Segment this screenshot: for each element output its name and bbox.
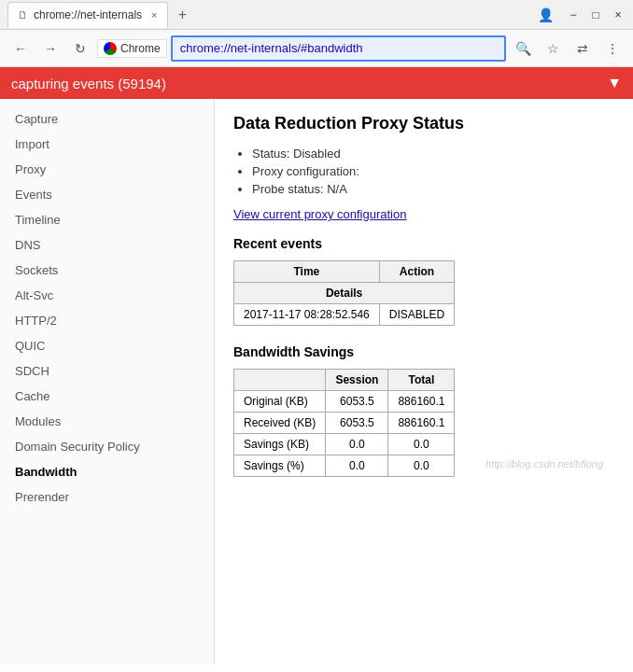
savings-session: 0.0 (326, 434, 388, 455)
title-bar: 🗋 chrome://net-internals × + 👤 − □ × (0, 0, 633, 30)
close-button[interactable]: × (611, 7, 626, 22)
events-table-header: Action (379, 261, 454, 283)
sidebar-item-prerender[interactable]: Prerender (0, 484, 214, 510)
content-area: Data Reduction Proxy Status Status: Disa… (215, 99, 633, 665)
table-row: Savings (%)0.00.0 (234, 455, 455, 477)
savings-session: 6053.5 (326, 413, 388, 434)
capturing-arrow[interactable]: ▼ (607, 75, 622, 91)
savings-label: Savings (%) (234, 455, 326, 477)
minimize-button[interactable]: − (566, 7, 581, 22)
savings-session: 6053.5 (326, 391, 388, 413)
savings-label: Savings (KB) (234, 434, 326, 455)
events-table-subheader: Details (234, 283, 455, 304)
watermark: http://blog.csdn.net/bflong (485, 458, 603, 469)
address-text: chrome://net-internals/#bandwidth (180, 41, 363, 55)
capturing-bar: capturing events (59194) ▼ (0, 67, 633, 99)
translate-icon[interactable]: ⇄ (570, 35, 596, 62)
page-title: Data Reduction Proxy Status (233, 114, 614, 133)
tab-page-icon: 🗋 (18, 9, 28, 21)
back-button[interactable]: ← (7, 35, 34, 62)
event-action: DISABLED (379, 304, 454, 326)
tab-title: chrome://net-internals (34, 8, 142, 21)
menu-icon[interactable]: ⋮ (599, 35, 626, 62)
table-row: Savings (KB)0.00.0 (234, 434, 455, 455)
savings-total: 886160.1 (388, 391, 455, 413)
refresh-button[interactable]: ↻ (67, 35, 93, 62)
savings-table-header: Total (388, 370, 455, 391)
profile-icon[interactable]: 👤 (532, 2, 558, 28)
bandwidth-savings-title: Bandwidth Savings (233, 344, 614, 359)
savings-total: 886160.1 (388, 413, 455, 434)
sidebar-item-http2[interactable]: HTTP/2 (0, 308, 214, 333)
status-list: Status: DisabledProxy configuration:Prob… (233, 147, 614, 196)
sidebar-item-sdch[interactable]: SDCH (0, 358, 214, 384)
event-time: 2017-11-17 08:28:52.546 (234, 304, 380, 326)
restore-button[interactable]: □ (588, 7, 603, 22)
new-tab-button[interactable]: + (172, 4, 194, 26)
sidebar: CaptureImportProxyEventsTimelineDNSSocke… (0, 99, 215, 665)
sidebar-item-capture[interactable]: Capture (0, 106, 214, 132)
sidebar-item-alt-svc[interactable]: Alt-Svc (0, 283, 214, 308)
sidebar-item-import[interactable]: Import (0, 132, 214, 157)
forward-button[interactable]: → (37, 35, 63, 62)
sidebar-item-modules[interactable]: Modules (0, 409, 214, 434)
table-row: 2017-11-17 08:28:52.546DISABLED (234, 304, 455, 326)
browser-label: Chrome (120, 42, 161, 55)
sidebar-item-events[interactable]: Events (0, 182, 214, 207)
sidebar-item-quic[interactable]: QUIC (0, 333, 214, 358)
sidebar-item-sockets[interactable]: Sockets (0, 258, 214, 283)
sidebar-item-domain-security-policy[interactable]: Domain Security Policy (0, 434, 214, 459)
sidebar-item-timeline[interactable]: Timeline (0, 207, 214, 232)
sidebar-item-cache[interactable]: Cache (0, 384, 214, 409)
savings-table-header: Session (326, 370, 388, 391)
tab-close-button[interactable]: × (151, 9, 157, 21)
tab-area: 🗋 chrome://net-internals × + (7, 2, 525, 28)
savings-label: Original (KB) (234, 391, 326, 413)
events-table-header: Time (234, 261, 380, 283)
table-row: Received (KB)6053.5886160.1 (234, 413, 455, 434)
table-row: Original (KB)6053.5886160.1 (234, 391, 455, 413)
nav-icons: 🔍 ☆ ⇄ ⋮ (510, 35, 626, 62)
status-list-item: Probe status: N/A (252, 182, 614, 196)
bookmark-icon[interactable]: ☆ (540, 35, 566, 62)
status-list-item: Proxy configuration: (252, 164, 614, 178)
main-layout: CaptureImportProxyEventsTimelineDNSSocke… (0, 99, 633, 665)
savings-table-header (234, 370, 326, 391)
browser-icon[interactable]: Chrome (97, 39, 167, 58)
savings-total: 0.0 (388, 434, 455, 455)
savings-total: 0.0 (388, 455, 455, 477)
content-wrapper: Data Reduction Proxy Status Status: Disa… (233, 114, 614, 477)
recent-events-title: Recent events (233, 236, 614, 251)
events-table: TimeActionDetails2017-11-17 08:28:52.546… (233, 260, 455, 326)
sidebar-item-bandwidth[interactable]: Bandwidth (0, 459, 214, 484)
search-icon[interactable]: 🔍 (510, 35, 536, 62)
capturing-text: capturing events (59194) (11, 76, 166, 91)
savings-session: 0.0 (326, 455, 388, 477)
proxy-link[interactable]: View current proxy configuration (233, 207, 406, 221)
active-tab[interactable]: 🗋 chrome://net-internals × (7, 2, 168, 28)
savings-label: Received (KB) (234, 413, 326, 434)
savings-table: SessionTotalOriginal (KB)6053.5886160.1R… (233, 369, 455, 477)
navigation-bar: ← → ↻ Chrome chrome://net-internals/#ban… (0, 30, 633, 67)
sidebar-item-dns[interactable]: DNS (0, 232, 214, 258)
status-list-item: Status: Disabled (252, 147, 614, 161)
address-bar[interactable]: chrome://net-internals/#bandwidth (171, 35, 506, 62)
sidebar-item-proxy[interactable]: Proxy (0, 157, 214, 182)
